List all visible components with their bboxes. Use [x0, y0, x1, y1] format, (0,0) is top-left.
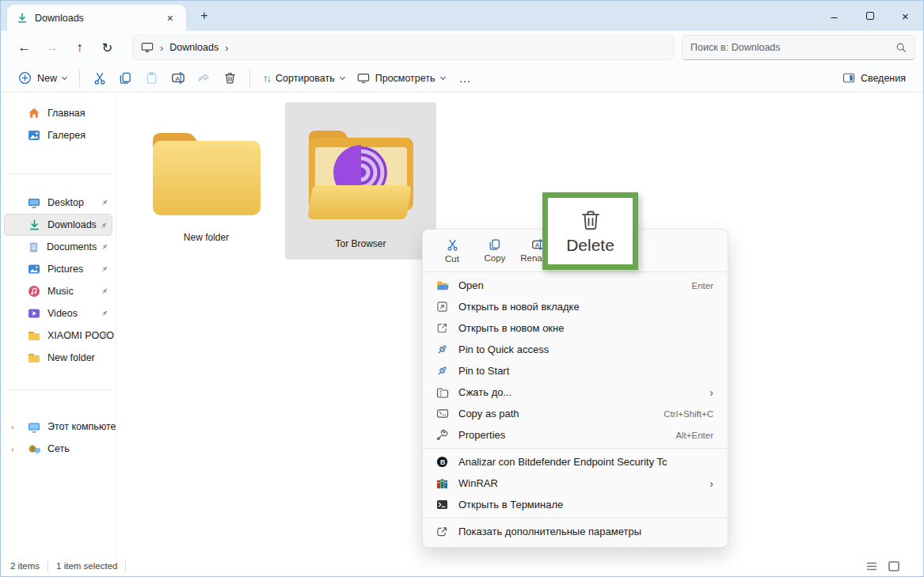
bitdefender-icon: B — [435, 456, 449, 468]
statusbar-divider — [48, 561, 48, 571]
rename-button[interactable]: A — [165, 67, 191, 89]
sidebar-item-music[interactable]: Music — [1, 280, 116, 302]
up-button[interactable]: ↑ — [66, 35, 93, 60]
maximize-button[interactable] — [852, 1, 888, 31]
search-icon[interactable] — [895, 42, 907, 53]
minimize-button[interactable]: – — [816, 1, 852, 31]
delete-highlight-annotation[interactable]: Delete — [542, 192, 638, 270]
new-button-label: New — [37, 73, 57, 84]
navigation-bar: ← → ↑ ↻ › Downloads › — [1, 31, 923, 64]
wrench-icon — [435, 429, 449, 441]
sidebar-item-desktop[interactable]: Desktop — [1, 192, 116, 214]
breadcrumb-downloads[interactable]: Downloads — [169, 42, 219, 53]
sort-button[interactable]: ↑↓ Сортировать — [257, 68, 351, 88]
new-tab-button[interactable]: + — [194, 6, 215, 26]
plus-circle-icon — [18, 71, 32, 85]
sidebar-item-network[interactable]: › Сеть — [1, 438, 116, 460]
menu-item-copy-as-path[interactable]: Copy as path Ctrl+Shift+C — [426, 403, 724, 424]
items-count: 2 items — [10, 561, 40, 571]
forward-button: → — [38, 35, 66, 60]
sidebar-item-downloads[interactable]: Downloads — [4, 214, 112, 236]
menu-item-winrar[interactable]: WinRAR › — [426, 473, 724, 494]
chevron-right-icon[interactable]: › — [11, 423, 13, 431]
menu-item-show-more-options[interactable]: Показать дополнительные параметры — [426, 521, 724, 542]
search-box[interactable] — [682, 35, 915, 60]
large-icons-view-icon[interactable] — [888, 561, 899, 571]
close-button[interactable]: × — [888, 1, 923, 31]
search-input[interactable] — [690, 42, 895, 53]
menu-item-bitdefender-scan[interactable]: B Analizar con Bitdefender Endpoint Secu… — [426, 451, 724, 473]
share-icon — [197, 71, 211, 85]
tab-title: Downloads — [35, 13, 157, 24]
submenu-chevron-icon: › — [709, 386, 713, 399]
trash-icon — [223, 71, 237, 85]
cut-button[interactable] — [86, 67, 112, 89]
breadcrumb-chevron[interactable]: › — [225, 42, 228, 54]
copy-icon — [489, 238, 501, 251]
sidebar-item-home[interactable]: Главная — [1, 102, 116, 124]
file-tile-new-folder[interactable]: New folder — [131, 102, 282, 260]
sidebar-item-gallery[interactable]: Галерея — [1, 124, 116, 146]
cut-command[interactable]: Cut — [434, 236, 470, 264]
file-tile-tor-browser[interactable]: Tor Browser — [285, 102, 436, 260]
svg-text:B: B — [440, 458, 446, 466]
window-controls: – × — [816, 1, 923, 31]
menu-item-properties[interactable]: Properties Alt+Enter — [426, 424, 724, 446]
network-icon — [28, 443, 40, 455]
chevron-down-icon — [340, 74, 345, 79]
back-button[interactable]: ← — [10, 35, 38, 60]
annotation-delete-label: Delete — [566, 236, 614, 255]
pin-icon — [435, 344, 449, 355]
open-new-tab-icon — [435, 301, 449, 313]
file-name-label[interactable]: New folder — [184, 232, 229, 243]
menu-item-pin-to-start[interactable]: Pin to Start — [426, 360, 724, 382]
svg-text:A: A — [175, 75, 180, 82]
breadcrumb-chevron[interactable]: › — [160, 42, 163, 54]
delete-button[interactable] — [217, 67, 243, 89]
chevron-right-icon[interactable]: › — [11, 445, 13, 454]
menu-item-open[interactable]: Open Enter — [426, 275, 724, 296]
address-bar[interactable]: › Downloads › — [132, 35, 674, 60]
sidebar-item-videos[interactable]: Videos — [1, 302, 116, 325]
pin-icon — [101, 243, 108, 251]
menu-item-open-new-tab[interactable]: Открыть в новой вкладке — [426, 296, 724, 317]
tab-downloads[interactable]: Downloads × — [7, 5, 186, 31]
see-more-button[interactable]: … — [451, 71, 480, 85]
view-button[interactable]: Просмотреть — [351, 69, 451, 88]
sidebar-item-new-folder[interactable]: New folder — [1, 347, 116, 369]
show-more-options-icon — [435, 526, 449, 537]
menu-item-open-in-terminal[interactable]: Открыть в Терминале — [426, 494, 724, 515]
selected-count: 1 item selected — [56, 561, 117, 571]
list-view-icon[interactable] — [866, 562, 877, 571]
sort-icon: ↑↓ — [263, 72, 270, 84]
statusbar-view-buttons — [866, 561, 914, 571]
details-pane-button[interactable]: Сведения — [836, 69, 912, 88]
command-toolbar: New A ↑↓ Сортировать Просмотреть … Сведе… — [1, 64, 923, 93]
sidebar-item-xiaomi-poco[interactable]: XIAOMI POCO F — [1, 325, 116, 347]
pin-icon — [101, 265, 108, 273]
file-name-label[interactable]: Tor Browser — [335, 238, 386, 249]
folder-icon — [28, 352, 40, 363]
maximize-icon — [866, 12, 874, 20]
copy-button[interactable] — [112, 67, 139, 89]
refresh-button[interactable]: ↻ — [93, 35, 121, 60]
copy-command[interactable]: Copy — [477, 236, 513, 263]
navigation-pane: Главная Галерея Desktop Downloads Docume… — [1, 93, 116, 556]
menu-item-compress-to[interactable]: Сжать до... › — [426, 382, 724, 403]
folder-icon — [28, 330, 40, 341]
menu-item-pin-quick-access[interactable]: Pin to Quick access — [426, 339, 724, 360]
open-folder-icon — [435, 280, 449, 291]
view-icon — [357, 73, 370, 84]
tor-browser-folder-icon — [298, 122, 424, 227]
desktop-icon — [28, 196, 40, 209]
sidebar-item-pictures[interactable]: Pictures — [1, 258, 116, 280]
documents-icon — [28, 241, 40, 253]
menu-item-open-new-window[interactable]: Открыть в новом окне — [426, 317, 724, 339]
sidebar-item-documents[interactable]: Documents — [1, 236, 116, 258]
music-icon — [28, 285, 40, 298]
download-tab-icon — [17, 13, 28, 24]
home-icon — [28, 107, 40, 120]
tab-close-icon[interactable]: × — [164, 12, 177, 25]
new-button[interactable]: New — [12, 67, 73, 89]
sidebar-item-this-pc[interactable]: › Этот компьютер — [1, 416, 116, 438]
